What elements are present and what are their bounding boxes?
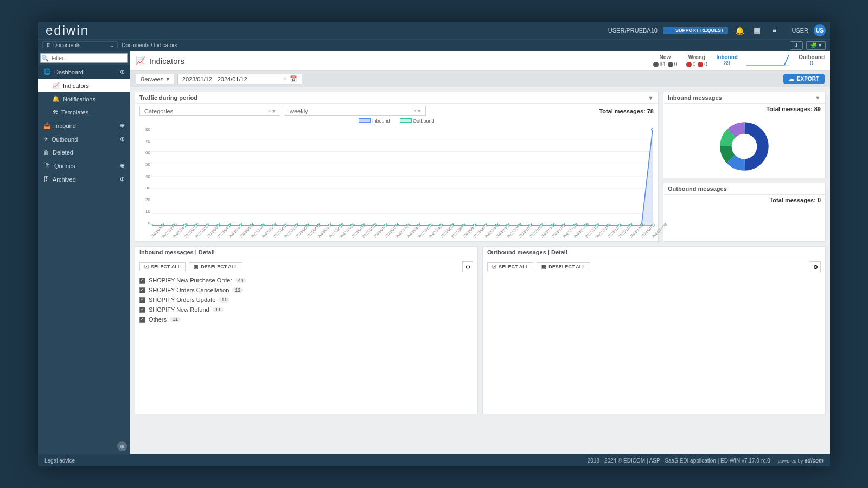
categories-select[interactable]: Categories×▾ xyxy=(139,106,280,116)
plugins-button[interactable]: 🧩 ▾ xyxy=(806,41,826,50)
donut-chart xyxy=(720,122,769,171)
uncheck-icon: ▣ xyxy=(541,264,546,269)
stat-outbound-value: 0 xyxy=(799,60,825,66)
y-axis-ticks: 80706050403020100 xyxy=(141,127,150,226)
outbound-total: Total messages: 0 xyxy=(769,197,821,203)
clear-icon[interactable]: × xyxy=(413,107,417,114)
documents-selector[interactable]: 🗎 Documents ⌄ xyxy=(42,41,118,49)
plus-icon[interactable]: ⊕ xyxy=(120,162,125,169)
deselect-all-button[interactable]: ▣DESELECT ALL xyxy=(537,262,590,271)
download-button[interactable]: ⬇ xyxy=(790,41,803,50)
deselect-all-label: DESELECT ALL xyxy=(201,264,238,269)
gear-icon[interactable]: ⚙ xyxy=(810,261,821,272)
outbound-detail-panel: Outbound messages | Detail ☑SELECT ALL ▣… xyxy=(482,246,826,414)
user-avatar[interactable]: US xyxy=(814,24,826,36)
detail-label: SHOPIFY Orders Update xyxy=(149,297,215,303)
sidebar-item-indicators[interactable]: 📈Indicators xyxy=(38,79,130,92)
templates-label: Templates xyxy=(61,109,88,115)
stat-new-label: New xyxy=(653,54,678,60)
sidebar-item-deleted[interactable]: 🗑Deleted xyxy=(38,146,130,159)
sidebar-item-outbound[interactable]: ✈Outbound⊕ xyxy=(38,132,130,146)
date-range-input[interactable]: 2023/01/12 - 2024/01/12 ×📅 xyxy=(177,74,302,84)
powered-by-label: powered by xyxy=(778,458,803,464)
warn-icon xyxy=(686,62,692,67)
traffic-legend: Inbound Outbound xyxy=(135,118,658,124)
detail-item[interactable]: SHOPIFY New Refund11 xyxy=(139,305,473,314)
inbound-detail-list: SHOPIFY New Purchase Order44SHOPIFY Orde… xyxy=(135,275,477,324)
plus-icon[interactable]: ⊕ xyxy=(120,68,125,75)
deselect-all-button[interactable]: ▣DESELECT ALL xyxy=(189,262,242,271)
sidebar-item-inbound[interactable]: 📥Inbound⊕ xyxy=(38,119,130,132)
breadcrumb-root[interactable]: Documents xyxy=(122,42,150,48)
sidebar-item-templates[interactable]: 🛠Templates xyxy=(38,106,130,119)
inbound-detail-title: Inbound messages | Detail xyxy=(139,249,215,255)
svg-point-56 xyxy=(652,128,653,131)
notifications-label: Notifications xyxy=(63,96,95,102)
select-all-button[interactable]: ☑SELECT ALL xyxy=(487,262,533,271)
queries-label: Queries xyxy=(54,163,75,169)
sparkline xyxy=(746,54,790,66)
select-all-label-2: SELECT ALL xyxy=(499,264,528,269)
detail-label: SHOPIFY New Refund xyxy=(149,306,209,313)
detail-item[interactable]: SHOPIFY Orders Cancellation12 xyxy=(139,285,473,295)
between-selector[interactable]: Between▾ xyxy=(136,74,174,84)
checkbox[interactable] xyxy=(139,307,145,313)
sidebar-item-dashboard[interactable]: 🌐Dashboard ⊕ xyxy=(38,65,130,79)
filter-icon[interactable]: ▼ xyxy=(648,94,654,101)
gear-icon[interactable]: ⚙ xyxy=(462,261,473,272)
categories-label: Categories xyxy=(144,108,173,114)
granularity-label: weekly xyxy=(290,108,308,114)
support-request-button[interactable]: 👤 SUPPORT REQUEST xyxy=(663,27,729,34)
plus-icon[interactable]: ⊕ xyxy=(120,122,125,129)
detail-item[interactable]: Others11 xyxy=(139,314,473,324)
count-badge: 11 xyxy=(213,307,224,312)
eye-icon xyxy=(653,62,659,67)
count-badge: 44 xyxy=(235,278,246,283)
page-header: 📈 Indicators New 64 0 Wrong 0 xyxy=(130,51,830,71)
granularity-select[interactable]: weekly×▾ xyxy=(285,106,426,116)
select-all-button[interactable]: ☑SELECT ALL xyxy=(139,262,186,271)
plus-icon[interactable]: ⊕ xyxy=(120,176,125,183)
filter-icon[interactable]: ▼ xyxy=(815,94,821,101)
breadcrumb-bar: 🗎 Documents ⌄ Documents / Indicators ⬇ 🧩… xyxy=(38,39,830,51)
clear-icon[interactable]: × xyxy=(283,75,286,82)
chart-line-icon: 📈 xyxy=(136,56,146,66)
legal-advice-link[interactable]: Legal advice xyxy=(44,458,75,464)
detail-item[interactable]: SHOPIFY Orders Update11 xyxy=(139,295,473,305)
sidebar-collapse-button[interactable]: ⊕ xyxy=(117,441,127,451)
user-label: USER xyxy=(792,27,808,34)
calendar-icon[interactable]: 📅 xyxy=(290,75,297,82)
filter-input[interactable] xyxy=(49,55,127,61)
checkbox[interactable] xyxy=(139,278,145,284)
sidebar-item-archived[interactable]: 🗄Archived⊕ xyxy=(38,172,130,186)
export-button[interactable]: ☁EXPORT xyxy=(783,74,825,84)
stat-outbound[interactable]: Outbound 0 xyxy=(799,54,825,66)
menu-icon[interactable]: ≡ xyxy=(768,24,780,36)
checkbox[interactable] xyxy=(139,287,145,293)
chart-icon: 📈 xyxy=(52,82,60,89)
sidebar-item-queries[interactable]: 🔭Queries⊕ xyxy=(38,159,130,172)
outbound-panel-title: Outbound messages xyxy=(668,185,727,192)
plus-icon[interactable]: ⊕ xyxy=(120,136,125,143)
support-label: SUPPORT REQUEST xyxy=(675,28,724,33)
sidebar-filter[interactable]: 🔍 xyxy=(40,53,128,63)
apps-icon[interactable]: ▦ xyxy=(751,24,763,36)
page-title-text: Indicators xyxy=(149,56,184,66)
user-icon: 👤 xyxy=(667,28,673,33)
bell-icon[interactable]: 🔔 xyxy=(733,24,745,36)
stat-wrong: Wrong 0 0 xyxy=(686,54,707,67)
date-range-value: 2023/01/12 - 2024/01/12 xyxy=(182,76,247,82)
detail-item[interactable]: SHOPIFY New Purchase Order44 xyxy=(139,275,473,285)
checkbox[interactable] xyxy=(139,297,145,303)
checkbox[interactable] xyxy=(139,317,145,323)
legend-label-outbound: Outbound xyxy=(413,118,435,124)
stat-inbound[interactable]: Inbound 89 xyxy=(716,54,738,66)
stat-new-eye: 64 xyxy=(660,61,666,67)
check-icon: ☑ xyxy=(144,264,149,269)
count-badge: 11 xyxy=(219,297,229,303)
stat-inbound-value: 89 xyxy=(716,60,738,66)
inbound-label: Inbound xyxy=(54,123,76,129)
clear-icon[interactable]: × xyxy=(268,107,271,114)
footer-brand: edicom xyxy=(805,458,824,464)
sidebar-item-notifications[interactable]: 🔔Notifications xyxy=(38,92,130,106)
